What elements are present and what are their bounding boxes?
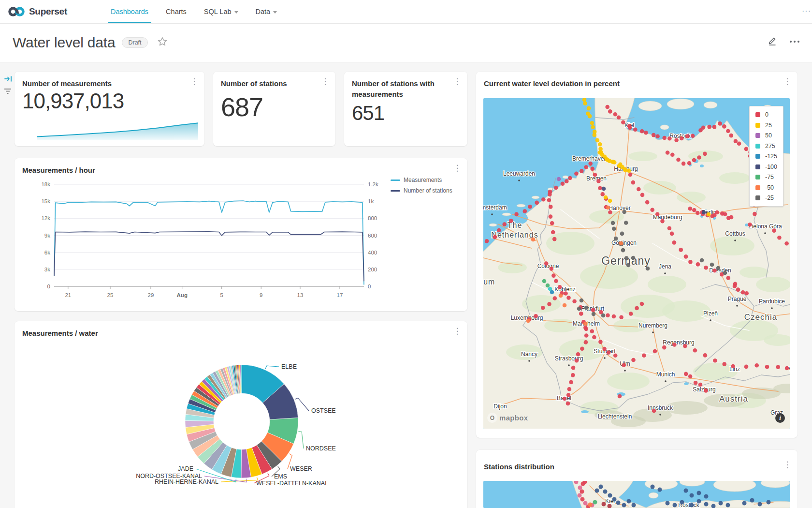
station-dot <box>670 232 674 236</box>
measurements-count: 10,937,013 <box>22 89 124 113</box>
legend-item[interactable]: Number of stations <box>391 187 452 194</box>
map-city-label: Nancy <box>521 351 537 358</box>
map-dot <box>710 263 714 267</box>
donut-label-line <box>298 431 304 448</box>
station-dot <box>722 362 726 366</box>
map-info-button[interactable]: i <box>775 413 785 423</box>
nav-item-charts[interactable]: Charts <box>158 0 194 23</box>
stations-count: 687 <box>221 92 263 122</box>
station-dot <box>703 353 708 358</box>
station-dot <box>744 365 749 369</box>
deviation-map-canvas: TheNetherlandsGermanyCzechiaAustriaBelgi… <box>483 98 790 429</box>
station-dot <box>765 365 769 369</box>
map-dot <box>588 503 593 507</box>
station-dot <box>544 261 549 266</box>
station-dot <box>704 388 708 393</box>
map-dot <box>616 501 621 505</box>
map-forest <box>740 267 768 278</box>
station-dot <box>704 266 708 270</box>
legend-label: Number of stations <box>404 187 452 194</box>
station-dot <box>509 219 513 223</box>
card-menu-button[interactable]: ⋮ <box>190 77 199 86</box>
map-legend-label: -75 <box>765 174 774 180</box>
draft-badge: Draft <box>122 37 147 48</box>
pencil-icon <box>768 36 777 45</box>
edit-dashboard-button[interactable] <box>768 36 777 47</box>
map-legend-item: -75 <box>755 174 777 180</box>
station-dot <box>566 296 571 300</box>
card-menu-button[interactable]: ⋮ <box>453 77 462 86</box>
station-dot <box>575 359 579 363</box>
station-dot <box>784 241 789 246</box>
map-dot <box>595 489 599 493</box>
station-dot <box>633 127 638 132</box>
map-legend-item: 0 <box>755 111 777 118</box>
station-dot <box>645 200 650 205</box>
map-dot <box>580 490 584 494</box>
legend-item[interactable]: Measurements <box>391 177 452 183</box>
map-island <box>704 102 717 108</box>
donut-label: RHEIN-HERNE-KANAL <box>155 478 218 485</box>
station-dot <box>683 344 687 348</box>
map-city-dot <box>528 360 530 362</box>
station-dot <box>734 139 738 144</box>
station-dot <box>785 366 789 371</box>
dashboard-menu-button[interactable] <box>790 41 799 43</box>
map-island <box>649 493 658 498</box>
card-menu-button[interactable]: ⋮ <box>783 461 792 469</box>
donut-label-line <box>265 366 279 369</box>
card-stations-distribution: Stations distribution ⋮ KielRostock <box>476 450 798 508</box>
station-dot <box>528 205 532 209</box>
station-dot <box>744 291 749 296</box>
station-dot <box>622 363 626 368</box>
nav-item-data[interactable]: Data <box>248 0 285 23</box>
station-dot <box>628 126 632 130</box>
map-island <box>667 99 694 109</box>
station-dot <box>697 155 701 160</box>
deviation-map[interactable]: TheNetherlandsGermanyCzechiaAustriaBelgi… <box>483 98 790 429</box>
right-axis-tick: 600 <box>368 233 377 239</box>
station-dot <box>640 302 644 306</box>
nav-item-dashboards[interactable]: Dashboards <box>103 0 156 23</box>
station-dot <box>748 223 752 227</box>
station-dot <box>696 211 700 215</box>
map-city-dot <box>736 305 738 307</box>
favorite-star-icon[interactable] <box>158 37 167 48</box>
map-legend-swatch <box>755 144 760 149</box>
map-legend-label: -25 <box>765 194 774 201</box>
card-menu-button[interactable]: ⋮ <box>783 77 792 86</box>
map-legend-item: 25 <box>755 122 777 129</box>
brand-name: Superset <box>29 6 67 17</box>
map-dot <box>546 284 550 288</box>
nav-item-sql-lab[interactable]: SQL Lab <box>196 0 246 23</box>
map-dot <box>580 299 584 303</box>
superset-brand[interactable]: Superset <box>0 6 76 17</box>
station-dot <box>692 208 696 212</box>
right-axis-tick: 400 <box>368 250 377 255</box>
legend-swatch <box>391 179 400 181</box>
map-dot <box>578 486 582 490</box>
map-dot <box>680 500 684 505</box>
map-city-label: Liechtenstein <box>598 413 632 420</box>
map-dot <box>646 267 650 271</box>
card-menu-button[interactable]: ⋮ <box>321 77 330 86</box>
station-dot <box>741 290 745 295</box>
station-dot <box>613 354 618 358</box>
main-menu: DashboardsChartsSQL LabData <box>103 0 285 23</box>
station-dot <box>635 306 639 311</box>
right-axis-tick: 200 <box>368 267 377 272</box>
station-dot <box>558 285 562 289</box>
station-dot <box>722 124 726 129</box>
expand-filter-bar-icon[interactable] <box>4 75 13 85</box>
stations-map[interactable]: KielRostock <box>483 481 790 508</box>
map-dot <box>550 290 554 295</box>
nav-overflow-ellipsis[interactable]: ··· <box>802 7 811 15</box>
map-country-label: Czechia <box>744 313 777 322</box>
map-dot <box>632 503 636 508</box>
station-dot <box>672 240 677 245</box>
filter-icon[interactable] <box>4 88 12 96</box>
mapbox-attribution[interactable]: O mapbox <box>487 413 528 423</box>
station-dot <box>631 180 636 185</box>
station-dot <box>497 228 501 233</box>
station-dot <box>737 142 741 146</box>
